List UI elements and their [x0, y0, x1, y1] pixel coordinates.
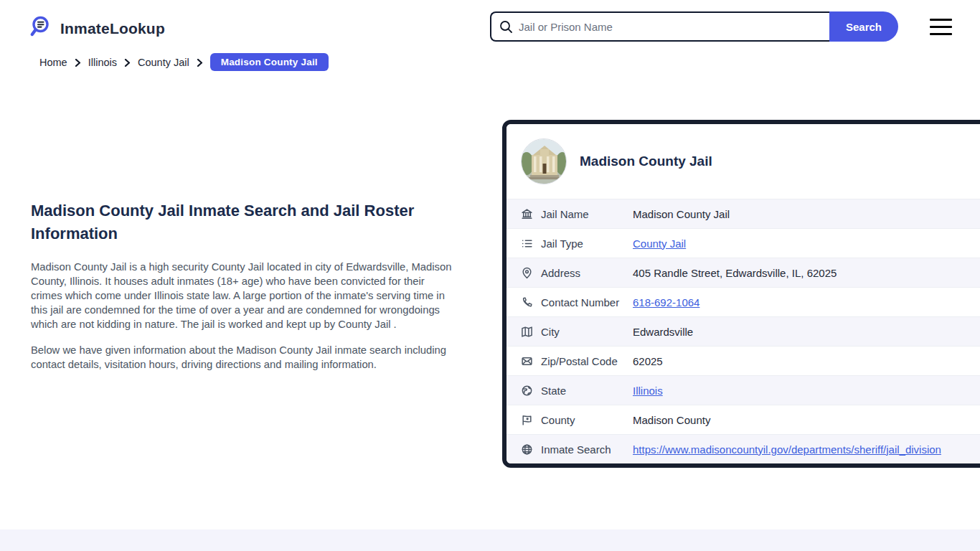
table-row: Jail NameMadison County Jail: [507, 199, 980, 228]
search-box: [490, 11, 829, 42]
card-header: Madison County Jail: [507, 124, 980, 199]
magnifier-logo-icon: [29, 14, 55, 43]
page-title: Madison County Jail Inmate Search and Ja…: [31, 199, 452, 245]
row-label: State: [541, 385, 633, 397]
globe-icon: [521, 443, 533, 456]
search-button[interactable]: Search: [829, 11, 898, 42]
table-row: Zip/Postal Code62025: [507, 346, 980, 375]
row-label: Jail Name: [541, 208, 633, 220]
site-search: Search: [490, 11, 898, 42]
card-title: Madison County Jail: [580, 154, 712, 169]
row-value[interactable]: Illinois: [633, 385, 663, 397]
row-value[interactable]: County Jail: [633, 237, 686, 250]
page: InmateLookup Search Home Illinois County…: [0, 0, 980, 551]
phone-icon: [521, 296, 533, 309]
breadcrumb-county-jail[interactable]: County Jail: [138, 57, 189, 68]
brand-name: InmateLookup: [60, 20, 165, 37]
row-value: 62025: [633, 355, 663, 367]
row-value: Madison County: [633, 414, 710, 426]
summary-paragraph: Below we have given information about th…: [31, 343, 452, 372]
table-row: Inmate Searchhttps://www.madisoncountyil…: [507, 434, 980, 463]
chevron-right-icon: [124, 59, 131, 67]
search-input[interactable]: [491, 13, 829, 40]
row-value[interactable]: 618-692-1064: [633, 296, 699, 309]
earth-icon: [521, 385, 533, 397]
search-icon: [499, 19, 514, 37]
row-label: Address: [541, 267, 633, 279]
row-value: Madison County Jail: [633, 208, 730, 220]
chevron-right-icon: [75, 59, 81, 67]
table-row: StateIllinois: [507, 375, 980, 405]
footer-strip: [0, 529, 980, 551]
hamburger-menu-icon[interactable]: [930, 19, 952, 35]
table-row: CountyMadison County: [507, 405, 980, 434]
jail-info-table: Jail NameMadison County JailJail TypeCou…: [507, 199, 980, 463]
breadcrumb-illinois[interactable]: Illinois: [88, 57, 117, 68]
article: Madison County Jail Inmate Search and Ja…: [31, 199, 452, 383]
bank-icon: [521, 208, 533, 220]
row-label: Inmate Search: [541, 443, 633, 456]
row-value: Edwardsville: [633, 326, 693, 338]
row-value[interactable]: https://www.madisoncountyil.gov/departme…: [633, 443, 941, 456]
row-label: Jail Type: [541, 237, 633, 250]
table-row: Jail TypeCounty Jail: [507, 228, 980, 258]
chevron-right-icon: [197, 59, 203, 67]
breadcrumb-current-badge: Madison County Jail: [210, 53, 329, 71]
envelope-icon: [521, 355, 533, 367]
flag-icon: [521, 414, 533, 426]
table-row: Contact Number618-692-1064: [507, 287, 980, 316]
intro-paragraph: Madison County Jail is a high security C…: [31, 260, 452, 331]
row-label: County: [541, 414, 633, 426]
row-value: 405 Randle Street, Edwardsville, IL, 620…: [633, 267, 837, 279]
map-icon: [521, 326, 533, 338]
row-label: Zip/Postal Code: [541, 355, 633, 367]
breadcrumb: Home Illinois County Jail Madison County…: [39, 53, 329, 71]
jail-photo: [521, 138, 567, 184]
breadcrumb-home[interactable]: Home: [39, 57, 67, 68]
brand-logo[interactable]: InmateLookup: [29, 14, 165, 43]
map-pin-icon: [521, 267, 533, 279]
jail-info-card: Madison County Jail Jail NameMadison Cou…: [502, 120, 980, 468]
list-icon: [521, 237, 533, 250]
row-label: City: [541, 326, 633, 338]
row-label: Contact Number: [541, 296, 633, 309]
table-row: Address405 Randle Street, Edwardsville, …: [507, 258, 980, 287]
table-row: CityEdwardsville: [507, 316, 980, 346]
